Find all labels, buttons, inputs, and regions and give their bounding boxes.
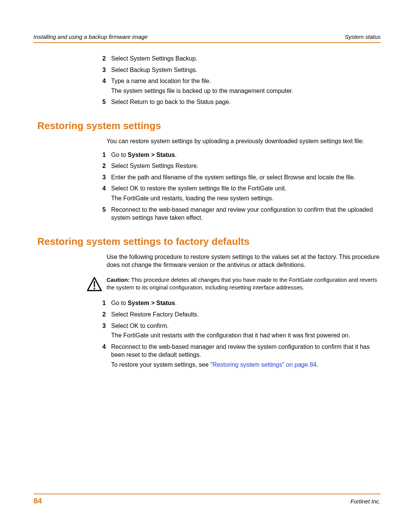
link-pre: To restore your system settings, see (111, 361, 210, 368)
step-number: 3 (94, 173, 106, 182)
header-left: Installing and using a backup firmware i… (33, 34, 148, 40)
caution-text: Caution: This procedure deletes all chan… (107, 276, 381, 292)
step-text: Select OK to restore the system settings… (111, 185, 287, 192)
list-item: 3 Enter the path and filename of the sys… (33, 173, 381, 182)
list-item: 3 Select Backup System Settings. (33, 66, 381, 74)
list-item: 1 Go to System > Status. (33, 299, 381, 307)
step-number: 4 (94, 77, 106, 95)
footer-rule (33, 494, 381, 494)
step-number: 5 (94, 98, 106, 106)
warning-icon (87, 277, 102, 291)
step-text: Enter the path and filename of the syste… (111, 174, 355, 181)
step-text: Select Restore Factory Defaults. (111, 311, 199, 318)
step-number: 4 (94, 184, 106, 202)
step-text: Reconnect to the web-based manager and r… (111, 343, 370, 358)
step-number: 4 (94, 343, 106, 369)
step-text: Select System Settings Backup. (111, 55, 198, 62)
caution-body: This procedure deletes all changes that … (107, 276, 377, 291)
step-text: Select Backup System Settings. (111, 67, 198, 73)
step-number: 2 (94, 310, 106, 319)
section-intro: Use the following procedure to restore s… (107, 253, 381, 269)
step-number: 2 (94, 54, 106, 63)
step-number: 1 (94, 151, 106, 159)
list-item: 3 Select OK to confirm. The FortiGate un… (33, 322, 381, 340)
sect1-list: 1 Go to System > Status. 2 Select System… (33, 151, 381, 222)
list-item: 2 Select System Settings Backup. (33, 54, 381, 63)
list-item: 2 Select System Settings Restore. (33, 162, 381, 170)
header-right: System status (345, 34, 381, 40)
step-subtext: The FortiGate unit restarts, loading the… (111, 194, 381, 203)
step-number: 3 (94, 322, 106, 340)
caution-block: Caution: This procedure deletes all chan… (87, 276, 381, 292)
section-heading-factory: Restoring system settings to factory def… (37, 236, 381, 248)
footer-company: Fortinet Inc. (350, 498, 381, 505)
link-post: . (317, 361, 318, 368)
header-rule (33, 42, 381, 43)
list-item: 4 Type a name and location for the file.… (33, 77, 381, 95)
list-item: 5 Select Return to go back to the Status… (33, 98, 381, 106)
svg-point-2 (94, 288, 95, 289)
top-list: 2 Select System Settings Backup. 3 Selec… (33, 54, 381, 106)
caution-label: Caution: (107, 276, 130, 283)
step-text: Select OK to confirm. (111, 323, 169, 329)
sect2-list: 1 Go to System > Status. 2 Select Restor… (33, 299, 381, 369)
step-text: Type a name and location for the file. (111, 78, 211, 84)
step-text: Select Return to go back to the Status p… (111, 99, 231, 105)
step-link-line: To restore your system settings, see "Re… (111, 361, 381, 369)
step-number: 1 (94, 299, 106, 307)
step-pre: Go to (111, 152, 128, 158)
page-number: 84 (33, 497, 42, 505)
step-post: . (175, 300, 177, 306)
step-number: 5 (94, 206, 106, 222)
header-row: Installing and using a backup firmware i… (33, 34, 381, 42)
step-pre: Go to (111, 300, 128, 306)
step-text: Select System Settings Restore. (111, 163, 198, 169)
list-item: 4 Select OK to restore the system settin… (33, 184, 381, 202)
step-bold: System > Status (128, 300, 175, 306)
step-subtext: The system settings file is backed up to… (111, 87, 381, 95)
list-item: 5 Reconnect to the web-based manager and… (33, 206, 381, 222)
step-post: . (175, 152, 177, 158)
step-text: Reconnect to the web-based manager and r… (111, 206, 373, 221)
step-number: 3 (94, 66, 106, 74)
list-item: 2 Select Restore Factory Defaults. (33, 310, 381, 319)
step-bold: System > Status (128, 152, 175, 158)
footer: 84 Fortinet Inc. (33, 494, 381, 505)
section-intro: You can restore system settings by uploa… (107, 137, 381, 145)
page: Installing and using a backup firmware i… (0, 0, 411, 532)
cross-ref-link[interactable]: "Restoring system settings" on page 84 (210, 361, 317, 368)
section-heading-restoring: Restoring system settings (37, 120, 381, 132)
list-item: 4 Reconnect to the web-based manager and… (33, 343, 381, 369)
step-subtext: The FortiGate unit restarts with the con… (111, 331, 381, 340)
list-item: 1 Go to System > Status. (33, 151, 381, 159)
step-number: 2 (94, 162, 106, 170)
